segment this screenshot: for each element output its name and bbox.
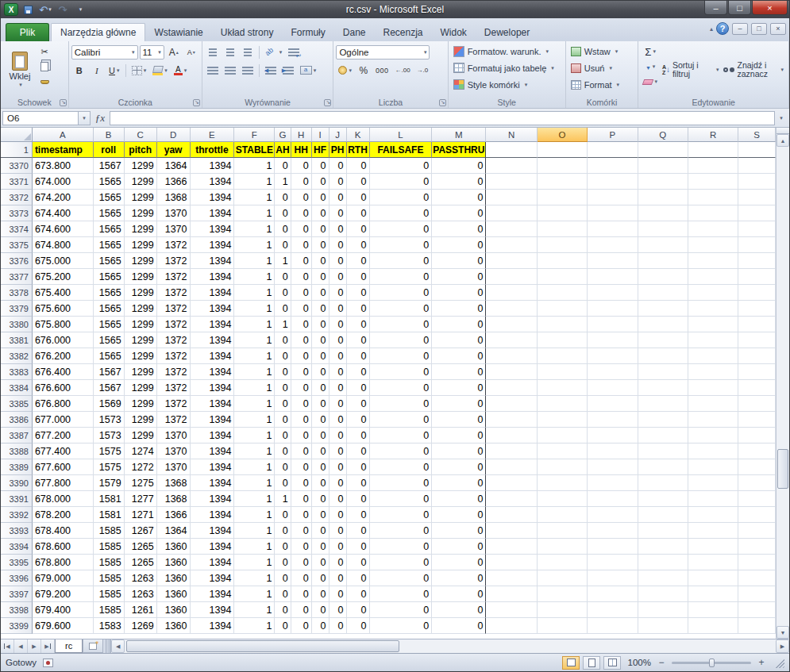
cell-K3386[interactable]: 0 [347, 412, 370, 428]
cell-E3379[interactable]: 1394 [191, 301, 235, 317]
cell-H1[interactable]: HH [291, 142, 312, 158]
tab-deweloper[interactable]: Deweloper [476, 23, 538, 41]
cell-N3391[interactable] [486, 491, 537, 507]
cell-C3386[interactable]: 1299 [125, 412, 157, 428]
cell-O3384[interactable] [538, 380, 588, 396]
cell-D3391[interactable]: 1368 [157, 491, 191, 507]
cell-G3380[interactable]: 1 [275, 317, 291, 332]
cell-M3372[interactable]: 0 [432, 190, 486, 205]
cell-K3392[interactable]: 0 [347, 507, 370, 523]
cell-N3397[interactable] [486, 586, 537, 602]
cell-L3386[interactable]: 0 [370, 412, 433, 428]
horizontal-scrollbar[interactable]: ◀ ▶ [111, 639, 789, 653]
cell-Q3399[interactable] [638, 618, 688, 634]
cell-N3381[interactable] [486, 332, 537, 348]
cell-J3382[interactable]: 0 [329, 348, 347, 364]
cell-O3390[interactable] [538, 475, 588, 491]
cell-F3370[interactable]: 1 [234, 158, 275, 174]
cell-J1[interactable]: PH [329, 142, 347, 158]
cell-Q3390[interactable] [638, 475, 688, 491]
cell-C3399[interactable]: 1269 [125, 618, 157, 634]
undo-button[interactable]: ↶▾ [37, 2, 53, 17]
row-header-3386[interactable]: 3386 [1, 412, 33, 428]
row-header-3381[interactable]: 3381 [1, 332, 33, 348]
cell-C3388[interactable]: 1274 [125, 444, 157, 459]
cell-N3385[interactable] [486, 396, 537, 412]
cell-E3370[interactable]: 1394 [191, 158, 235, 174]
cell-F3375[interactable]: 1 [234, 237, 275, 253]
cell-N3393[interactable] [486, 523, 537, 539]
font-dialog-launcher[interactable] [193, 99, 200, 106]
cell-O3397[interactable] [538, 586, 588, 602]
cell-P3388[interactable] [588, 444, 638, 459]
clipboard-dialog-launcher[interactable] [60, 99, 67, 106]
cell-G3383[interactable]: 0 [275, 364, 291, 380]
cell-F3398[interactable]: 1 [234, 602, 275, 618]
cell-C3389[interactable]: 1272 [125, 459, 157, 475]
decrease-font-button[interactable]: A▾ [183, 45, 199, 60]
cell-F3372[interactable]: 1 [234, 190, 275, 205]
cell-G3390[interactable]: 0 [275, 475, 291, 491]
cell-D3377[interactable]: 1372 [157, 269, 191, 285]
cell-B3396[interactable]: 1585 [94, 570, 125, 586]
copy-button[interactable] [37, 60, 52, 74]
cell-B3385[interactable]: 1569 [94, 396, 125, 412]
cell-G3394[interactable]: 0 [275, 539, 291, 555]
cell-D3386[interactable]: 1372 [157, 412, 191, 428]
cell-Q3382[interactable] [638, 348, 688, 364]
cell-D3384[interactable]: 1372 [157, 380, 191, 396]
cell-E3381[interactable]: 1394 [191, 332, 235, 348]
cell-E3396[interactable]: 1394 [191, 570, 235, 586]
cell-M3377[interactable]: 0 [432, 269, 486, 285]
cell-H3375[interactable]: 0 [291, 237, 312, 253]
cell-R3384[interactable] [688, 380, 738, 396]
cell-D3378[interactable]: 1372 [157, 285, 191, 301]
cell-A3376[interactable]: 675.000 [33, 253, 94, 269]
format-as-table-button[interactable]: Formatuj jako tabelę ▾ [451, 60, 563, 76]
number-dialog-launcher[interactable] [439, 99, 446, 106]
increase-decimal-button[interactable] [392, 63, 412, 78]
cell-H3380[interactable]: 0 [291, 317, 312, 332]
cell-B3389[interactable]: 1575 [94, 459, 125, 475]
cell-R3392[interactable] [688, 507, 738, 523]
cell-C3396[interactable]: 1263 [125, 570, 157, 586]
cell-O3380[interactable] [538, 317, 588, 332]
cell-R3375[interactable] [688, 237, 738, 253]
cell-L3377[interactable]: 0 [370, 269, 433, 285]
cell-S3390[interactable] [738, 475, 776, 491]
cell-H3389[interactable]: 0 [291, 459, 312, 475]
cell-F1[interactable]: STABLE [234, 142, 275, 158]
normal-view-button[interactable] [562, 656, 580, 670]
insert-cells-button[interactable]: Wstaw ▾ [568, 43, 636, 60]
cell-S3380[interactable] [738, 317, 776, 332]
cell-Q3373[interactable] [638, 205, 688, 221]
cell-C3391[interactable]: 1277 [125, 491, 157, 507]
cell-A3386[interactable]: 677.000 [33, 412, 94, 428]
cell-N3386[interactable] [486, 412, 537, 428]
cell-S3372[interactable] [738, 190, 776, 205]
cell-M3371[interactable]: 0 [432, 174, 486, 190]
cell-C3377[interactable]: 1299 [125, 269, 157, 285]
cell-B1[interactable]: roll [94, 142, 125, 158]
font-color-button[interactable]: A▾ [171, 63, 190, 78]
cell-I3397[interactable]: 0 [312, 586, 329, 602]
cell-A3396[interactable]: 679.000 [33, 570, 94, 586]
cell-I3380[interactable]: 0 [312, 317, 329, 332]
cell-B3384[interactable]: 1567 [94, 380, 125, 396]
cell-F3381[interactable]: 1 [234, 332, 275, 348]
file-tab[interactable]: Plik [6, 23, 49, 41]
column-header-J[interactable]: J [329, 128, 347, 142]
cell-M3387[interactable]: 0 [432, 428, 486, 444]
cell-S3378[interactable] [738, 285, 776, 301]
cell-A3380[interactable]: 675.800 [33, 317, 94, 332]
cell-G3379[interactable]: 0 [275, 301, 291, 317]
cell-J3385[interactable]: 0 [329, 396, 347, 412]
cell-O3374[interactable] [538, 221, 588, 237]
cell-K3382[interactable]: 0 [347, 348, 370, 364]
cell-K3377[interactable]: 0 [347, 269, 370, 285]
cell-I3387[interactable]: 0 [312, 428, 329, 444]
cell-E3395[interactable]: 1394 [191, 555, 235, 570]
first-sheet-button[interactable]: ◀ [1, 639, 14, 653]
cell-B3377[interactable]: 1565 [94, 269, 125, 285]
cell-H3397[interactable]: 0 [291, 586, 312, 602]
